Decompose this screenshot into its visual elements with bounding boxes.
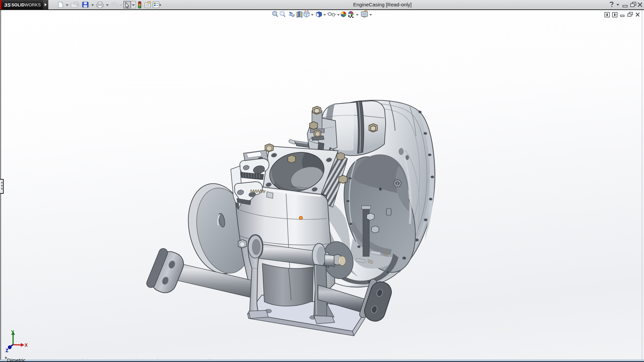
svg-text:Z: Z — [6, 348, 8, 353]
svg-text:Y: Y — [11, 330, 14, 335]
svg-text:X: X — [25, 343, 28, 348]
